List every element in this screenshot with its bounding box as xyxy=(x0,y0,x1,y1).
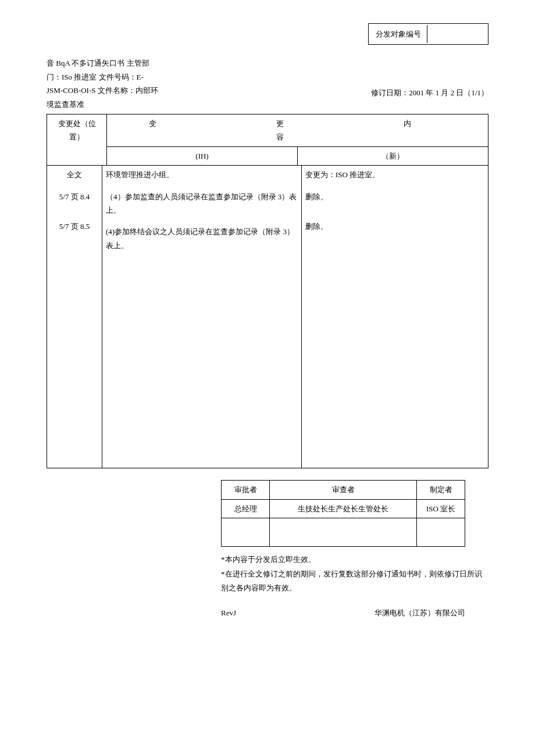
col-change-header: 变 更 内 容 xyxy=(107,114,488,146)
row-new: 删除。 xyxy=(305,190,484,203)
signature-cell xyxy=(270,518,417,546)
col-new-header: （新） xyxy=(298,146,488,165)
header-line-1: 音 BqA 不多订通矢口书 主管部 xyxy=(47,56,488,70)
footer-company: 华渊电机（江苏）有限公司 xyxy=(374,606,465,619)
notes-block: *本内容于分发后立即生效。 *在进行全文修订之前的期间，发行复数这部分修订通知书… xyxy=(221,553,488,594)
header-line-4: 境监查基准 xyxy=(47,100,84,109)
revision-date: 修订日期：2001 年 1 月 2 日（1/1） xyxy=(371,86,488,99)
row-new: 删除。 xyxy=(305,220,484,233)
row-new: 变更为：ISO 推进室。 xyxy=(305,168,484,181)
dist-label: 分发对象编号 xyxy=(370,25,427,43)
row-loc: 5/7 页 8.4 xyxy=(48,190,101,203)
doc-header: 音 BqA 不多订通矢口书 主管部 门：ISo 推进室 文件号码：E- JSM-… xyxy=(47,56,488,111)
footer: RevJ 华渊电机（江苏）有限公司 xyxy=(47,606,488,619)
col-location-header: 变更处（位置） xyxy=(47,114,107,165)
approval-v2: 生技处长生产处长生管处长 xyxy=(270,499,417,518)
row-old: 环境管理推进小组。 xyxy=(106,168,298,181)
row-old: （4）参加监查的人员须记录在监查参加记录（附录 3）表上。 xyxy=(106,190,298,217)
header-line-2: 门：ISo 推进室 文件号码：E- xyxy=(47,70,488,84)
row-old: (4)参加终结会议之人员须记录在监查参加记录（附录 3）表上。 xyxy=(106,225,298,252)
footer-rev: RevJ xyxy=(221,606,236,619)
approval-table: 审批者 审查者 制定者 总经理 生技处长生产处长生管处长 ISO 室长 xyxy=(221,480,465,547)
row-loc: 5/7 页 8.5 xyxy=(48,220,101,233)
row-loc: 全文 xyxy=(48,168,101,181)
approval-h2: 审查者 xyxy=(270,481,417,499)
approval-h1: 审批者 xyxy=(222,481,270,499)
signature-cell xyxy=(222,518,270,546)
approval-v3: ISO 室长 xyxy=(417,499,465,518)
note-2: *在进行全文修订之前的期间，发行复数这部分修订通知书时，则依修订日所识别之各内容… xyxy=(221,567,488,594)
col-old-header: (IH) xyxy=(107,146,298,165)
note-1: *本内容于分发后立即生效。 xyxy=(221,553,488,566)
approval-h3: 制定者 xyxy=(417,481,465,499)
dist-value xyxy=(429,25,487,43)
change-table: 变更处（位置） 变 更 内 容 (IH) （新） 全文 5/7 页 8.4 5/… xyxy=(47,114,488,468)
approval-v1: 总经理 xyxy=(222,499,270,518)
signature-cell xyxy=(417,518,465,546)
distribution-number-box: 分发对象编号 xyxy=(368,23,488,45)
